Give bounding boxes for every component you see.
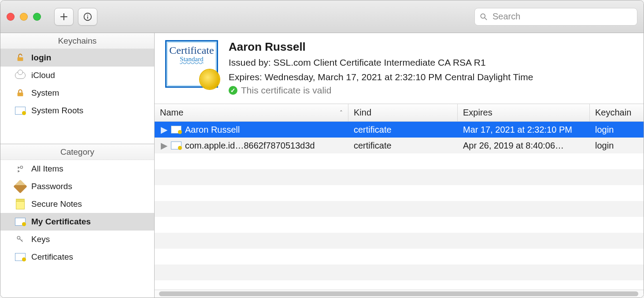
certificate-validity: ✓ This certificate is valid [229, 85, 533, 96]
svg-line-4 [485, 18, 487, 19]
keychain-item-label: login [31, 53, 51, 63]
valid-check-icon: ✓ [229, 86, 237, 95]
keychains-list: login iCloud System System Roots [0, 49, 154, 144]
all-items-icon [15, 164, 26, 174]
keychain-item-login[interactable]: login [0, 49, 154, 67]
cell-keychain: login [595, 141, 614, 151]
pencil-icon [15, 182, 26, 191]
certificate-detail-panel: Certificate Standard Aaron Russell Issue… [155, 33, 644, 104]
svg-point-3 [481, 14, 485, 18]
category-list: All Items Passwords Secure Notes My Cert… [0, 160, 154, 266]
titlebar [0, 0, 644, 33]
table-header: Name ˄ Kind Expires Keychain [155, 104, 644, 122]
svg-rect-2 [87, 16, 88, 19]
cell-keychain: login [595, 125, 614, 135]
keychain-item-system-roots[interactable]: System Roots [0, 102, 154, 119]
info-icon [83, 12, 93, 22]
certificate-icon [15, 218, 26, 226]
search-input[interactable] [492, 11, 633, 22]
window-minimize-button[interactable] [20, 13, 28, 21]
category-item-label: Keys [31, 235, 50, 244]
category-item-label: Secure Notes [31, 199, 82, 209]
disclosure-triangle-icon[interactable]: ▶ [161, 124, 167, 135]
column-header-name[interactable]: Name ˄ [155, 104, 348, 121]
keychains-header: Keychains [0, 33, 154, 49]
cloud-icon [15, 72, 26, 79]
column-header-label: Kind [354, 108, 371, 118]
category-item-label: Passwords [31, 182, 72, 191]
window-zoom-button[interactable] [33, 13, 41, 21]
category-item-keys[interactable]: Keys [0, 231, 154, 248]
certificate-icon [15, 107, 26, 115]
certificate-name: Aaron Russell [229, 40, 533, 54]
svg-rect-5 [18, 57, 23, 61]
keychain-item-icloud[interactable]: iCloud [0, 67, 154, 84]
cert-thumb-line1: Certificate [167, 41, 217, 56]
cell-name: com.apple.id…8662f7870513d3d [185, 141, 315, 151]
key-icon [15, 235, 26, 244]
category-item-my-certificates[interactable]: My Certificates [0, 213, 154, 231]
category-item-passwords[interactable]: Passwords [0, 178, 154, 195]
keychain-item-system[interactable]: System [0, 84, 154, 102]
add-button[interactable] [54, 8, 74, 26]
search-icon [479, 12, 488, 21]
certificate-info: Aaron Russell Issued by: SSL.com Client … [229, 40, 533, 96]
column-header-expires[interactable]: Expires [458, 104, 590, 121]
certificate-icon [171, 126, 181, 134]
plus-icon [59, 12, 68, 21]
category-item-label: Certificates [31, 252, 73, 262]
category-item-label: My Certificates [31, 217, 91, 227]
lock-closed-icon [15, 88, 26, 98]
certificates-table: Name ˄ Kind Expires Keychain ▶ [155, 104, 644, 298]
certificate-icon [171, 142, 181, 149]
certificate-large-icon: Certificate Standard [165, 40, 218, 88]
certificate-icon [15, 253, 26, 261]
svg-point-1 [87, 15, 88, 15]
certificate-expiry: Expires: Wednesday, March 17, 2021 at 2:… [229, 70, 533, 85]
certificate-validity-text: This certificate is valid [241, 85, 331, 96]
column-header-kind[interactable]: Kind [348, 104, 458, 121]
window-close-button[interactable] [7, 13, 15, 21]
secure-note-icon [15, 199, 26, 209]
category-item-all-items[interactable]: All Items [0, 160, 154, 178]
sort-ascending-icon: ˄ [340, 109, 343, 116]
table-row[interactable]: ▶ com.apple.id…8662f7870513d3d certifica… [155, 138, 644, 153]
cell-kind: certificate [354, 141, 392, 151]
horizontal-scrollbar[interactable] [155, 290, 644, 298]
cell-kind: certificate [354, 125, 392, 135]
sidebar: Keychains login iCloud System System R [0, 33, 155, 298]
content: Certificate Standard Aaron Russell Issue… [155, 33, 644, 298]
column-header-label: Keychain [595, 108, 631, 118]
keychain-item-label: iCloud [31, 71, 55, 80]
category-item-label: All Items [31, 164, 63, 174]
cell-expires: Apr 26, 2019 at 8:40:06… [463, 141, 564, 151]
traffic-lights [7, 13, 41, 21]
search-field[interactable] [474, 8, 637, 26]
column-header-label: Name [160, 108, 183, 118]
cell-expires: Mar 17, 2021 at 2:32:10 PM [463, 125, 572, 135]
info-button[interactable] [78, 8, 97, 26]
lock-open-icon [15, 53, 26, 63]
keychain-item-label: System [31, 88, 59, 98]
category-item-certificates[interactable]: Certificates [0, 248, 154, 266]
category-header: Category [0, 144, 154, 160]
column-header-keychain[interactable]: Keychain [590, 104, 644, 121]
svg-point-7 [20, 166, 23, 169]
category-item-secure-notes[interactable]: Secure Notes [0, 195, 154, 213]
scrollbar-thumb[interactable] [159, 291, 638, 296]
column-header-label: Expires [463, 108, 492, 118]
cell-name: Aaron Russell [185, 125, 240, 135]
disclosure-triangle-icon[interactable]: ▶ [161, 140, 167, 151]
certificate-issuer: Issued by: SSL.com Client Certificate In… [229, 56, 533, 70]
svg-rect-6 [18, 93, 23, 96]
keychain-item-label: System Roots [31, 106, 83, 115]
table-row[interactable]: ▶ Aaron Russell certificate Mar 17, 2021… [155, 122, 644, 138]
main: Keychains login iCloud System System R [0, 33, 644, 298]
table-body[interactable]: ▶ Aaron Russell certificate Mar 17, 2021… [155, 122, 644, 290]
cert-thumb-line2: Standard [167, 56, 217, 63]
